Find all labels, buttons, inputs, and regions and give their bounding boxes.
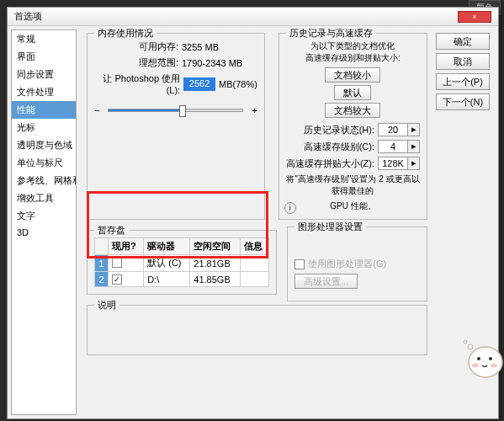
sidebar-item-0[interactable]: 常规 (12, 30, 76, 48)
available-value: 3255 MB (182, 42, 219, 52)
gpu-legend: 图形处理器设置 (294, 221, 366, 233)
description-legend: 说明 (94, 299, 119, 312)
memory-slider[interactable] (108, 109, 243, 112)
states-value[interactable]: 20 (378, 123, 408, 136)
info-icon[interactable]: i (284, 202, 296, 214)
sidebar: 常规界面同步设置文件处理性能光标透明度与色域单位与标尺参考线、网格和切片增效工具… (11, 29, 77, 415)
ideal-value: 1790-2343 MB (182, 58, 242, 68)
description-group: 说明 (87, 305, 427, 355)
window-title: 首选项 (14, 10, 42, 23)
col-active[interactable]: 现用? (109, 238, 144, 255)
svg-point-1 (477, 357, 480, 360)
col-free[interactable]: 空闲空间 (190, 238, 240, 255)
gpu-group: 图形处理器设置 使用图形处理器(G) 高级设置... (287, 226, 427, 301)
svg-point-3 (472, 364, 479, 368)
svg-point-2 (489, 357, 492, 360)
ok-button[interactable]: 确定 (436, 33, 490, 50)
table-row[interactable]: 1默认 (C)21.81GB (95, 255, 269, 272)
tile-stepper[interactable]: ▸ (408, 157, 420, 170)
row-checkbox[interactable] (112, 258, 122, 268)
states-label: 历史记录状态(H): (304, 124, 374, 136)
use-gpu-checkbox (294, 259, 305, 269)
doc-default-button[interactable]: 默认 (334, 85, 371, 100)
gpu-note-2: GPU 性能。 (286, 200, 420, 212)
history-group: 历史记录与高速缓存 为以下类型的文档优化 高速缓存级别和拼贴大小: 文档较小 默… (279, 33, 427, 220)
sidebar-item-3[interactable]: 文件处理 (12, 83, 76, 101)
row-drive: 默认 (C) (144, 255, 190, 272)
row-info (240, 255, 269, 272)
preferences-window: 首选项 × 常规界面同步设置文件处理性能光标透明度与色域单位与标尺参考线、网格和… (7, 7, 499, 419)
svg-point-5 (468, 344, 473, 349)
svg-point-4 (491, 364, 497, 368)
table-row[interactable]: 2✓D:\41.85GB (95, 272, 269, 287)
sidebar-item-11[interactable]: 3D (12, 225, 76, 240)
gpu-note-1: 将"高速缓存级别"设置为 2 或更高以获得最佳的 (286, 173, 420, 197)
slider-thumb[interactable] (179, 105, 186, 117)
row-info (240, 272, 269, 287)
history-legend: 历史记录与高速缓存 (286, 27, 376, 40)
col-info[interactable]: 信息 (240, 238, 269, 255)
cache-levels-value[interactable]: 4 (378, 140, 408, 153)
sidebar-item-1[interactable]: 界面 (12, 48, 76, 66)
doc-large-button[interactable]: 文档较大 (325, 103, 380, 118)
sidebar-item-9[interactable]: 增效工具 (12, 189, 76, 207)
let-use-label: 让 Photoshop 使用(L): (94, 72, 180, 95)
row-free: 41.85GB (190, 272, 240, 287)
memory-input[interactable]: 2562 (183, 77, 215, 91)
scratch-group: 暂存盘 现用? 驱动器 空闲空间 信息 1默认 (C)21.81GB2✓D:\4… (87, 230, 277, 295)
states-stepper[interactable]: ▸ (408, 123, 420, 136)
memory-unit: MB(78%) (219, 79, 257, 89)
tile-label: 高速缓存拼贴大小(Z): (286, 157, 374, 170)
sidebar-item-8[interactable]: 参考线、网格和切片 (12, 172, 76, 189)
doc-small-button[interactable]: 文档较小 (325, 67, 380, 83)
tile-value[interactable]: 128K (378, 157, 408, 170)
row-checkbox[interactable]: ✓ (112, 274, 122, 285)
cancel-button[interactable]: 取消 (436, 53, 490, 70)
memory-group: 内存使用情况 可用内存:3255 MB 理想范围:1790-2343 MB 让 … (87, 33, 265, 220)
sidebar-item-6[interactable]: 透明度与色域 (12, 136, 76, 154)
prev-button[interactable]: 上一个(P) (436, 73, 490, 90)
cache-levels-stepper[interactable]: ▸ (408, 140, 420, 153)
memory-legend: 内存使用情况 (94, 27, 157, 40)
cache-levels-label: 高速缓存级别(C): (304, 141, 374, 153)
available-label: 可用内存: (94, 40, 178, 53)
gpu-advanced-button: 高级设置... (294, 274, 358, 289)
row-drive: D:\ (144, 272, 190, 287)
optimize-note-2: 高速缓存级别和拼贴大小: (286, 52, 420, 64)
sidebar-item-5[interactable]: 光标 (12, 119, 76, 136)
sidebar-item-7[interactable]: 单位与标尺 (12, 154, 76, 172)
slider-plus[interactable]: + (252, 105, 257, 115)
scratch-table: 现用? 驱动器 空闲空间 信息 1默认 (C)21.81GB2✓D:\41.85… (94, 237, 269, 287)
close-icon[interactable]: × (458, 11, 491, 23)
mascot-icon (454, 337, 504, 379)
col-drive[interactable]: 驱动器 (144, 238, 190, 255)
next-button[interactable]: 下一个(N) (436, 93, 490, 110)
svg-point-0 (469, 347, 502, 377)
ideal-label: 理想范围: (94, 56, 178, 69)
slider-minus[interactable]: − (94, 105, 99, 115)
sidebar-item-10[interactable]: 文字 (12, 207, 76, 225)
titlebar: 首选项 × (8, 8, 498, 26)
row-free: 21.81GB (190, 255, 240, 272)
svg-point-6 (464, 340, 467, 344)
main-panel: 确定 取消 上一个(P) 下一个(N) 内存使用情况 可用内存:3255 MB … (80, 26, 498, 418)
sidebar-item-2[interactable]: 同步设置 (12, 66, 76, 83)
optimize-note-1: 为以下类型的文档优化 (286, 40, 420, 52)
use-gpu-label: 使用图形处理器(G) (308, 258, 386, 270)
scratch-legend: 暂存盘 (94, 224, 129, 237)
sidebar-item-4[interactable]: 性能 (12, 101, 76, 119)
